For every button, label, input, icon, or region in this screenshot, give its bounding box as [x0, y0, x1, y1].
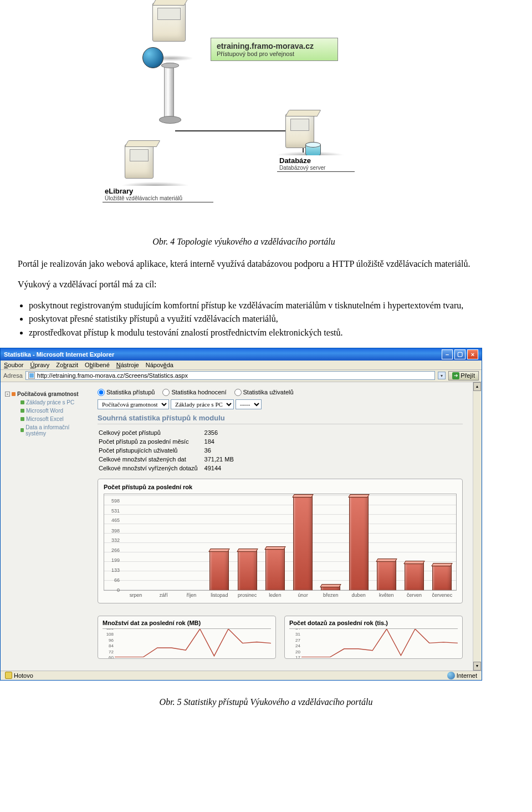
- x-tick-label: prosinec: [233, 592, 261, 598]
- x-tick-label: říjen: [178, 592, 206, 598]
- list-item: zprostředkovat přístup k modulu testován…: [29, 327, 488, 339]
- menu-item[interactable]: Oblíbené: [85, 362, 110, 368]
- web-server-subtitle: Přístupový bod pro veřejnost: [217, 50, 332, 57]
- radio-option[interactable]: Statistika uživatelů: [234, 389, 294, 395]
- stat-value: 371,21 MB: [204, 455, 239, 463]
- queries-chart-title: Počet dotazů za poslední rok (tis.): [289, 620, 458, 626]
- status-left-text: Hotovo: [14, 672, 33, 679]
- internet-zone-icon: [447, 672, 455, 679]
- stat-label: Celkový počet přístupů: [99, 429, 203, 437]
- sidebar-item[interactable]: Základy práce s PC: [14, 399, 89, 405]
- elibrary-subtitle: Úložiště vzdělávacích materiálů: [105, 195, 211, 201]
- db-server-icon: [285, 114, 314, 148]
- go-arrow-icon: ➔: [452, 372, 459, 379]
- bar-chart: 066133199266332398465531598 srpenzáříříj…: [104, 494, 457, 591]
- y-tick-label: 17: [295, 655, 300, 658]
- filter-select[interactable]: Počítačová gramotnost: [98, 399, 169, 409]
- menu-item[interactable]: Zobrazit: [56, 362, 78, 368]
- y-tick-label: 108: [106, 632, 114, 637]
- go-label: Přejít: [461, 372, 475, 379]
- stat-label: Počet přistupujících uživatelů: [99, 446, 203, 454]
- tree-root[interactable]: - Počítačová gramotnost: [5, 391, 89, 397]
- chart-bar: [178, 494, 206, 590]
- x-tick-label: listopad: [206, 592, 233, 598]
- tree-bullet-icon: [21, 417, 24, 421]
- stat-value: 2356: [204, 429, 239, 437]
- y-tick-label: 398: [111, 528, 120, 534]
- y-tick-label: 24: [295, 643, 300, 648]
- menu-item[interactable]: Nápověda: [146, 362, 173, 368]
- filter-selects: Počítačová gramotnostZáklady práce s PC-…: [98, 399, 463, 409]
- menu-bar: SouborÚpravyZobrazitOblíbenéNástrojeNápo…: [1, 361, 482, 370]
- topology-diagram: etraining.framo-morava.cz Přístupový bod…: [0, 0, 532, 216]
- sidebar-item[interactable]: Microsoft Excel: [14, 416, 89, 422]
- list-item: poskytovat přesné statistiky přístupů a …: [29, 313, 488, 325]
- stat-label: Počet přístupů za poslední měsíc: [99, 438, 203, 445]
- y-tick-label: 133: [111, 567, 120, 573]
- menu-item[interactable]: Úpravy: [30, 362, 49, 368]
- tree-bullet-icon: [21, 400, 24, 404]
- figure-5-caption: Obr. 5 Statistiky přístupů Výukového a v…: [0, 697, 532, 707]
- radio-input[interactable]: [162, 389, 170, 396]
- line-chart: 172024273134: [289, 628, 458, 658]
- address-input[interactable]: http://etraining.framo-morava.cz/Screens…: [25, 371, 435, 380]
- tree-root-label: Počítačová gramotnost: [17, 391, 79, 397]
- elibrary-title: eLibrary: [105, 187, 211, 195]
- y-tick-label: 332: [111, 537, 120, 543]
- sidebar-item-label: Data a informační systémy: [25, 424, 89, 437]
- y-tick-label: 0: [117, 587, 120, 593]
- scroll-up-button[interactable]: ▴: [473, 382, 481, 391]
- sidebar-item[interactable]: Microsoft Word: [14, 408, 89, 414]
- x-tick-label: červen: [401, 592, 428, 598]
- goals-list: poskytnout registrovaným studujícím komf…: [29, 300, 488, 339]
- line-series: [115, 629, 271, 657]
- line-chart: 60728496108121: [103, 628, 271, 658]
- y-tick-label: 121: [106, 628, 114, 631]
- radio-option[interactable]: Statistika hodnocení: [162, 389, 226, 395]
- database-icon: [305, 144, 321, 156]
- web-server-icon: [152, 3, 208, 58]
- list-item: poskytnout registrovaným studujícím komf…: [29, 300, 488, 312]
- database-label: Databáze Databázový server: [277, 155, 355, 172]
- chart-bar: [289, 494, 317, 590]
- y-tick-label: 465: [111, 517, 120, 523]
- radio-option[interactable]: Statistika přístupů: [98, 389, 155, 395]
- summary-stats-table: Celkový počet přístupů2356Počet přístupů…: [98, 428, 241, 473]
- chart-bar: [233, 494, 261, 590]
- vertical-scrollbar[interactable]: ▴ ▾: [473, 382, 482, 671]
- minimize-button[interactable]: –: [442, 349, 453, 359]
- sidebar-item-label: Microsoft Excel: [26, 416, 64, 422]
- filter-select[interactable]: Základy práce s PC: [171, 399, 234, 409]
- globe-icon: [142, 47, 163, 68]
- chart-bar: [428, 494, 456, 590]
- go-button[interactable]: ➔ Přejít: [448, 371, 479, 380]
- menu-item[interactable]: Soubor: [4, 362, 23, 368]
- queries-chart-panel: Počet dotazů za poslední rok (tis.) 1720…: [284, 616, 463, 659]
- chart-bar: [401, 494, 428, 590]
- table-row: Celkové množství vyřízených dotazů49144: [99, 464, 239, 472]
- sidebar-item-label: Základy práce s PC: [26, 399, 74, 405]
- y-tick-label: 96: [109, 638, 114, 643]
- sidebar-item-label: Microsoft Word: [26, 408, 63, 414]
- x-tick-label: srpen: [122, 592, 150, 598]
- x-tick-label: květen: [372, 592, 400, 598]
- data-volume-chart-panel: Množství dat za poslední rok (MB) 607284…: [98, 616, 276, 659]
- chart-bar: [150, 494, 177, 590]
- sidebar-item[interactable]: Data a informační systémy: [14, 424, 89, 437]
- tree-collapse-icon[interactable]: -: [5, 392, 10, 397]
- maximize-button[interactable]: ▢: [454, 349, 466, 359]
- y-tick-label: 66: [114, 577, 120, 583]
- url-dropdown-button[interactable]: ▾: [438, 372, 446, 379]
- tree-bullet-icon: [21, 428, 24, 432]
- radio-input[interactable]: [234, 389, 242, 396]
- scroll-down-button[interactable]: ▾: [473, 662, 481, 671]
- data-volume-chart-title: Množství dat za poslední rok (MB): [103, 620, 271, 626]
- figure-4-caption: Obr. 4 Topologie výukového a vzdělávacíh…: [0, 236, 488, 248]
- web-server-label: etraining.framo-morava.cz Přístupový bod…: [211, 38, 338, 61]
- radio-input[interactable]: [98, 389, 105, 396]
- menu-item[interactable]: Nástroje: [116, 362, 139, 368]
- close-button[interactable]: ×: [467, 349, 478, 359]
- line-series: [301, 629, 458, 657]
- chart-bar: [261, 494, 289, 590]
- filter-select[interactable]: -----: [236, 399, 262, 409]
